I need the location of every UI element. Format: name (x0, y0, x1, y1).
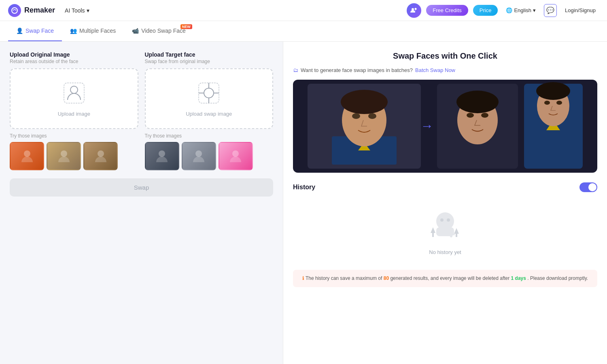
svg-point-34 (536, 82, 570, 100)
toggle-knob (588, 183, 596, 191)
header-right: Free Credits Price 🌐 English ▾ 💬 Login/S… (407, 3, 599, 18)
notification-icon: 💬 (546, 6, 554, 14)
svg-point-0 (12, 8, 17, 13)
upload-original-text: Upload image (58, 111, 90, 117)
person-icon: 👤 (16, 28, 23, 34)
video-icon: 📹 (132, 28, 139, 34)
tab-multiple-faces[interactable]: 👥 Multiple Faces (62, 21, 124, 41)
tab-swap-face[interactable]: 👤 Swap Face (8, 21, 62, 41)
batch-swap-link[interactable]: Batch Swap Now (415, 67, 455, 73)
upload-original-box[interactable]: Upload image (10, 68, 138, 129)
free-credits-button[interactable]: Free Credits (426, 5, 468, 16)
logo[interactable]: Remaker (8, 4, 55, 17)
history-days: 1 days (511, 275, 526, 281)
svg-marker-44 (454, 228, 459, 234)
svg-text:→: → (420, 119, 433, 133)
tab-video-swap-face[interactable]: 📹 Video Swap Face NEW (124, 21, 193, 41)
login-signup-button[interactable]: Login/Signup (562, 6, 599, 15)
ai-tools-button[interactable]: AI Tools ▾ (62, 6, 93, 15)
language-selector[interactable]: 🌐 English ▾ (503, 6, 539, 15)
try-target-label: Try those images (145, 133, 274, 139)
target-sample-image-1[interactable] (145, 142, 179, 170)
right-panel: Swap Faces with One Click 🗂 Want to gene… (283, 42, 607, 364)
upload-original-label: Upload Original Image (10, 51, 138, 58)
svg-point-39 (447, 218, 450, 222)
upload-target-sublabel: Swap face from original image (145, 59, 274, 64)
svg-marker-42 (431, 227, 435, 233)
target-sample-image-3[interactable] (219, 142, 253, 170)
chevron-down-icon: ▾ (533, 7, 536, 13)
header-left: Remaker AI Tools ▾ (8, 4, 93, 17)
upload-row: Upload Original Image Retain areas outsi… (10, 51, 273, 170)
right-title: Swap Faces with One Click (293, 51, 597, 61)
upload-original-section: Upload Original Image Retain areas outsi… (10, 51, 138, 170)
history-notice-text3: . Please download promptly. (527, 275, 588, 281)
svg-point-38 (440, 218, 444, 222)
svg-point-22 (341, 90, 388, 114)
svg-point-6 (61, 150, 67, 157)
svg-point-29 (467, 113, 474, 118)
svg-point-16 (232, 150, 239, 157)
left-panel: Upload Original Image Retain areas outsi… (0, 42, 283, 364)
history-max: 80 (384, 275, 389, 281)
svg-point-45 (450, 235, 452, 237)
original-sample-images (10, 142, 138, 170)
svg-point-46 (453, 234, 455, 235)
empty-history: No history yet (293, 199, 597, 263)
empty-state-icon (429, 207, 461, 245)
empty-history-text: No history yet (429, 249, 461, 255)
svg-point-35 (544, 101, 550, 105)
history-title: History (293, 184, 315, 191)
upload-target-section: Upload Target face Swap face from origin… (145, 51, 274, 170)
swap-button-container: Swap (10, 178, 273, 197)
notice-icon: ℹ (302, 275, 304, 281)
upload-original-sublabel: Retain areas outside of the face (10, 59, 138, 64)
history-header: History (293, 182, 597, 192)
history-toggle[interactable] (579, 182, 597, 192)
new-badge: NEW (180, 24, 192, 29)
svg-point-5 (24, 150, 30, 157)
svg-point-36 (556, 101, 562, 105)
svg-point-9 (204, 88, 214, 98)
stack-icon: 🗂 (293, 67, 298, 73)
svg-point-24 (368, 113, 376, 119)
globe-icon: 🌐 (506, 7, 512, 13)
users-icon-button[interactable] (407, 3, 421, 18)
try-original-label: Try those images (10, 133, 138, 139)
swap-button[interactable]: Swap (10, 178, 273, 197)
svg-point-14 (159, 150, 165, 157)
svg-point-7 (98, 150, 104, 157)
sample-image-3[interactable] (83, 142, 118, 170)
batch-prompt-text: Want to generate face swap images in bat… (301, 67, 413, 73)
upload-target-text: Upload swap image (186, 111, 232, 117)
price-button[interactable]: Price (473, 5, 498, 16)
logo-text: Remaker (24, 6, 55, 15)
svg-rect-40 (436, 227, 454, 236)
history-notice: ℹ The history can save a maximum of 80 g… (293, 270, 597, 287)
sample-image-1[interactable] (10, 142, 44, 170)
upload-target-icon (197, 81, 221, 107)
logo-icon (8, 4, 21, 17)
svg-point-23 (352, 113, 360, 119)
people-icon: 👥 (70, 28, 77, 34)
upload-target-label: Upload Target face (145, 51, 274, 58)
target-sample-images (145, 142, 274, 170)
demo-image: → (293, 80, 597, 173)
main-layout: Upload Original Image Retain areas outsi… (0, 42, 607, 364)
svg-point-28 (456, 91, 499, 113)
notification-button[interactable]: 💬 (544, 4, 557, 17)
nav-tabs: 👤 Swap Face 👥 Multiple Faces 📹 Video Swa… (0, 21, 607, 42)
history-notice-text1: The history can save a maximum of (306, 275, 382, 281)
svg-point-4 (70, 86, 78, 93)
svg-point-30 (481, 113, 488, 118)
batch-prompt: 🗂 Want to generate face swap images in b… (293, 67, 597, 73)
svg-point-2 (415, 8, 417, 10)
sample-image-2[interactable] (47, 142, 81, 170)
header: Remaker AI Tools ▾ Free Credits Price 🌐 … (0, 0, 607, 21)
history-notice-text2: generated results, and every image will … (390, 275, 509, 281)
upload-target-box[interactable]: Upload swap image (145, 68, 274, 129)
chevron-down-icon: ▾ (87, 7, 89, 14)
svg-point-15 (195, 150, 202, 157)
target-sample-image-2[interactable] (182, 142, 216, 170)
upload-original-icon (62, 81, 86, 107)
